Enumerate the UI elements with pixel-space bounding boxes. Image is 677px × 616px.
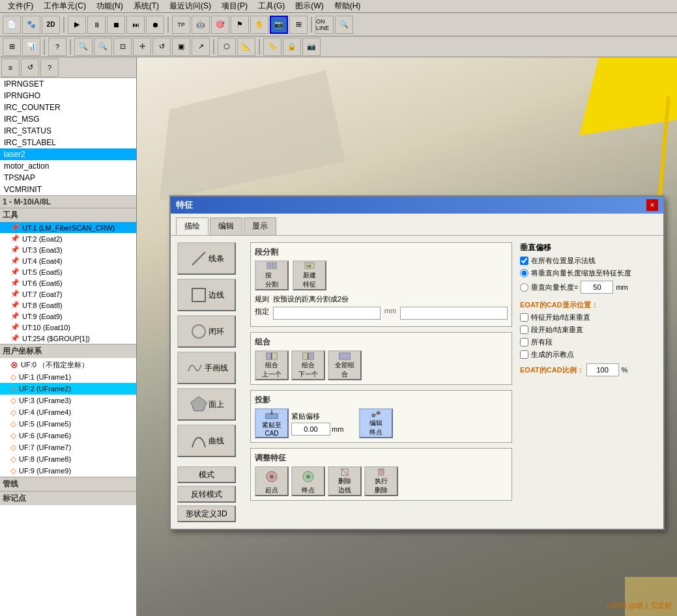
tb-arrow[interactable]: ↗ [192,38,210,56]
menu-file[interactable]: 文件(F) [3,0,38,13]
snap-to-cad-button[interactable]: 紧贴至CAD [255,408,289,438]
list-item-ut9[interactable]: 📌 UT:9 (Eoat9) [0,311,136,322]
list-item[interactable]: VCMRINIT [0,184,136,195]
delete-edge-button[interactable]: 删除边线 [328,466,362,496]
list-item-ut7[interactable]: 📌 UT:7 (Eoat7) [0,288,136,300]
tb-lock[interactable]: 🔒 [283,38,301,56]
list-item-ut5[interactable]: 📌 UT:5 (Eoat5) [0,266,136,277]
tb-select[interactable]: ▣ [172,38,190,56]
edit-endpoint-button[interactable]: 编辑终点 [359,408,393,438]
dialog-close-button[interactable]: × [646,199,658,211]
eoat-ratio-input[interactable] [586,363,619,376]
menu-workunit[interactable]: 工作单元(C) [38,0,91,13]
list-item-uf8[interactable]: ◇ UF:8 (UFrame8) [0,453,136,465]
tb-zoom-in[interactable]: 🔍 [74,38,93,56]
tb-zoom-fit[interactable]: ⊡ [113,38,132,56]
list-item-ut254[interactable]: 📌 UT:254 ($GROUP[1]) [0,333,136,344]
list-item-uf6[interactable]: ◇ UF:6 (UFrame6) [0,430,136,441]
menu-sys[interactable]: 系统(T) [128,0,164,13]
specify-input[interactable] [273,307,381,320]
list-item[interactable]: TPSNAP [0,172,136,184]
tb-bar[interactable]: 📊 [22,38,40,56]
list-item[interactable]: IRC_STATUS [0,125,136,137]
tb-flag[interactable]: ⚑ [231,16,249,34]
length-radio[interactable] [520,283,528,292]
list-item[interactable]: motor_action [0,160,136,172]
tb-move[interactable]: ✛ [133,38,151,56]
tb-search[interactable]: 🔍 [335,16,353,34]
tb-grid2[interactable]: ⊞ [3,38,21,56]
tb-camera[interactable]: 📷 [270,16,288,34]
split-button[interactable]: 按分割 [255,260,289,290]
menu-recent[interactable]: 最近访问(S) [164,0,216,13]
tb-new[interactable]: 📄 [3,16,21,34]
list-item[interactable]: IPRNGSET [0,78,136,90]
list-item[interactable]: IRC_COUNTER [0,102,136,113]
combine-all-button[interactable]: 全部组合 [328,350,362,380]
eoat-feature-checkbox[interactable] [520,313,528,322]
list-item-ut1[interactable]: 📌 UT:1 (LM_FiberSCAN_CRW) [0,222,136,233]
tb-pause[interactable]: ⏸ [87,16,106,34]
tb-grid[interactable]: ⊞ [289,16,308,34]
tb-play[interactable]: ▶ [68,16,86,34]
show-normals-checkbox[interactable] [520,257,528,265]
tb-hand[interactable]: ✋ [250,16,268,34]
tb-2d[interactable]: 2D [42,16,60,34]
btn-curve[interactable]: 曲线 [177,425,236,457]
specify-input2[interactable] [400,307,508,320]
list-item-ut3[interactable]: 📌 UT:3 (Eoat3) [0,244,136,255]
left-tb-list[interactable]: ≡ [1,59,20,77]
menu-project[interactable]: 项目(P) [216,0,253,13]
btn-freehand[interactable]: 手画线 [177,352,236,384]
tb-forward[interactable]: ⏭ [126,16,145,34]
menu-func[interactable]: 功能(N) [91,0,128,13]
eoat-segment-checkbox[interactable] [520,326,528,334]
tb-wire[interactable]: ⬡ [218,38,236,56]
tb-dim[interactable]: 📐 [237,38,255,56]
list-item[interactable]: IRC_STLABEL [0,137,136,148]
menu-tools[interactable]: 工具(G) [253,0,290,13]
list-item-laser2[interactable]: laser2 [0,148,136,160]
eoat-all-checkbox[interactable] [520,338,528,346]
snap-offset-input[interactable] [291,423,330,436]
mode-button[interactable]: 模式 [177,466,236,483]
eoat-generated-checkbox[interactable] [520,350,528,359]
tb-teach[interactable]: TP [172,16,190,34]
left-tb-refresh[interactable]: ↺ [21,59,39,77]
length-value-input[interactable] [581,281,613,294]
tb-record[interactable]: ⏺ [146,16,164,34]
list-item-uf0[interactable]: ⊗ UF:0 （不指定坐标） [0,358,136,371]
execute-delete-button[interactable]: 执行删除 [364,466,398,496]
tb-help2[interactable]: ? [48,38,66,56]
list-item-uf5[interactable]: ◇ UF:5 (UFrame5) [0,418,136,430]
start-point-button[interactable]: 起点 [255,466,289,496]
menu-help[interactable]: 帮助(H) [329,0,366,13]
shape3d-button[interactable]: 形状定义3D [177,505,236,522]
list-item-uf2[interactable]: ◇ UF:2 (UFrame2) [0,383,136,395]
list-item[interactable]: IRC_MSG [0,113,136,125]
menu-diagram[interactable]: 图示(W) [290,0,328,13]
combine-prev-button[interactable]: 组合上一个 [255,350,289,380]
list-item-ut4[interactable]: 📌 UT:4 (Eoat4) [0,255,136,266]
list-item-uf1[interactable]: ◇ UF:1 (UFrame1) [0,371,136,383]
combine-next-button[interactable]: 组合下一个 [291,350,325,380]
list-item[interactable]: IPRNGHO [0,90,136,102]
scale-radio[interactable] [520,269,528,277]
new-feature-button[interactable]: 新建 新建特征 [293,260,326,290]
tb-snap[interactable]: 📏 [263,38,281,56]
tb-open[interactable]: 🐾 [22,16,40,34]
tb-online[interactable]: ON LINE [315,16,334,34]
list-item-ut6[interactable]: 📌 UT:6 (Eoat6) [0,277,136,288]
tab-display[interactable]: 显示 [244,217,276,235]
btn-line[interactable]: 线条 [177,242,236,275]
reverse-mode-button[interactable]: 反转模式 [177,486,236,503]
end-point-button[interactable]: 终点 [291,466,325,496]
tab-draw[interactable]: 描绘 [176,217,209,235]
btn-edge[interactable]: 边线 [177,279,236,311]
tb-zoom-out[interactable]: 🔍 [94,38,112,56]
tb-photo[interactable]: 📷 [302,38,321,56]
list-item-uf7[interactable]: ◇ UF:7 (UFrame7) [0,441,136,453]
tab-edit[interactable]: 编辑 [210,217,242,235]
left-tb-help[interactable]: ? [40,59,59,77]
list-item-ut2[interactable]: 📌 UT:2 (Eoat2) [0,233,136,244]
